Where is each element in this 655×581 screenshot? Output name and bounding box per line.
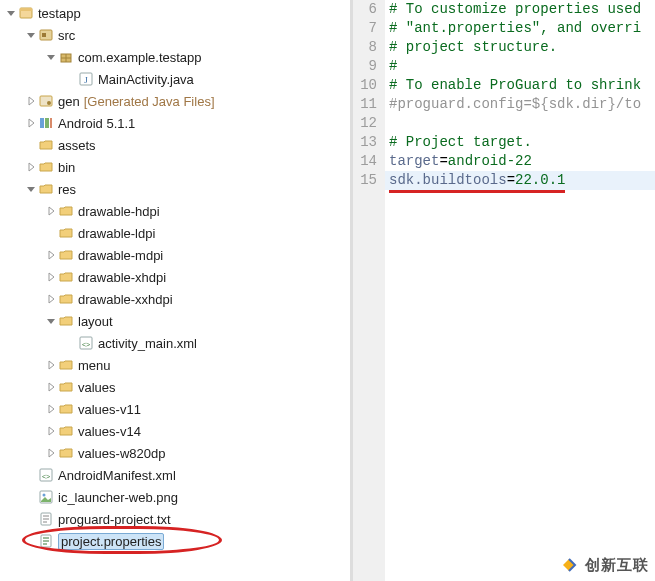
tree-item-drawable-hdpi[interactable]: drawable-hdpi xyxy=(0,200,350,222)
gutter-line: 14 xyxy=(353,152,377,171)
gutter-line: 13 xyxy=(353,133,377,152)
folder-icon xyxy=(58,203,74,219)
tree-item-values-v11[interactable]: values-v11 xyxy=(0,398,350,420)
chevron-right-icon[interactable] xyxy=(44,204,58,218)
xml-icon: <> xyxy=(78,335,94,351)
svg-point-10 xyxy=(47,101,51,105)
gutter-line: 15 xyxy=(353,171,377,190)
tree-item-label: testapp xyxy=(38,6,81,21)
code-editor[interactable]: 6789101112131415 # To customize properti… xyxy=(350,0,655,581)
tree-item-menu[interactable]: menu xyxy=(0,354,350,376)
chevron-right-icon[interactable] xyxy=(44,292,58,306)
code-line-13[interactable]: # Project target. xyxy=(385,133,655,152)
code-line-8[interactable]: # project structure. xyxy=(385,38,655,57)
prop-value: 22.0.1 xyxy=(515,172,565,188)
chevron-right-icon[interactable] xyxy=(44,248,58,262)
code-line-6[interactable]: # To customize properties used xyxy=(385,0,655,19)
tree-item-drawable-mdpi[interactable]: drawable-mdpi xyxy=(0,244,350,266)
tree-item-mainactivity-java[interactable]: JMainActivity.java xyxy=(0,68,350,90)
tree-item-bin[interactable]: bin xyxy=(0,156,350,178)
gutter-line: 9 xyxy=(353,57,377,76)
tree-item-label: gen xyxy=(58,94,80,109)
src-icon xyxy=(38,27,54,43)
chevron-down-icon[interactable] xyxy=(24,182,38,196)
project-tree[interactable]: testappsrccom.example.testappJMainActivi… xyxy=(0,0,350,581)
code-line-15[interactable]: sdk.buildtools=22.0.1 xyxy=(385,171,655,190)
tree-item-label: values-v11 xyxy=(78,402,141,417)
tree-item-res[interactable]: res xyxy=(0,178,350,200)
tree-item-label: res xyxy=(58,182,76,197)
chevron-right-icon[interactable] xyxy=(44,380,58,394)
folder-icon xyxy=(38,137,54,153)
tree-item-gen[interactable]: gen[Generated Java Files] xyxy=(0,90,350,112)
chevron-right-icon[interactable] xyxy=(24,116,38,130)
tree-item-project-properties[interactable]: project.properties xyxy=(0,530,350,552)
watermark-logo-icon xyxy=(559,555,579,575)
chevron-right-icon[interactable] xyxy=(44,358,58,372)
chevron-down-icon[interactable] xyxy=(44,50,58,64)
code-line-14[interactable]: target=android-22 xyxy=(385,152,655,171)
chevron-down-icon[interactable] xyxy=(24,28,38,42)
svg-rect-12 xyxy=(45,118,49,128)
chevron-right-icon[interactable] xyxy=(44,270,58,284)
code-text: # Project target. xyxy=(389,134,532,150)
gutter-line: 8 xyxy=(353,38,377,57)
tree-item-label: project.properties xyxy=(58,533,164,550)
code-line-11[interactable]: #proguard.config=${sdk.dir}/to xyxy=(385,95,655,114)
txt-icon xyxy=(38,511,54,527)
svg-text:<>: <> xyxy=(82,341,90,348)
folder-icon xyxy=(58,247,74,263)
code-text: # "ant.properties", and overri xyxy=(389,20,641,36)
chevron-right-icon[interactable] xyxy=(44,446,58,460)
lib-icon xyxy=(38,115,54,131)
svg-rect-13 xyxy=(50,118,52,128)
chevron-down-icon[interactable] xyxy=(44,314,58,328)
tree-item-src[interactable]: src xyxy=(0,24,350,46)
code-line-10[interactable]: # To enable ProGuard to shrink xyxy=(385,76,655,95)
tree-item-drawable-xhdpi[interactable]: drawable-xhdpi xyxy=(0,266,350,288)
tree-item-values-v14[interactable]: values-v14 xyxy=(0,420,350,442)
chevron-right-icon[interactable] xyxy=(44,424,58,438)
folder-icon xyxy=(38,181,54,197)
tree-item-label: proguard-project.txt xyxy=(58,512,171,527)
tree-item-label: src xyxy=(58,28,75,43)
tree-item-android-5-1-1[interactable]: Android 5.1.1 xyxy=(0,112,350,134)
tree-item-values-w820dp[interactable]: values-w820dp xyxy=(0,442,350,464)
tree-item-label: AndroidManifest.xml xyxy=(58,468,176,483)
folder-icon xyxy=(38,159,54,175)
png-icon xyxy=(38,489,54,505)
tree-item-layout[interactable]: layout xyxy=(0,310,350,332)
gutter-line: 6 xyxy=(353,0,377,19)
folder-icon xyxy=(58,445,74,461)
tree-item-label: activity_main.xml xyxy=(98,336,197,351)
tree-item-label: drawable-xxhdpi xyxy=(78,292,173,307)
tree-item-assets[interactable]: assets xyxy=(0,134,350,156)
chevron-right-icon[interactable] xyxy=(24,94,38,108)
code-line-7[interactable]: # "ant.properties", and overri xyxy=(385,19,655,38)
prop-key: sdk.buildtools xyxy=(389,172,507,188)
chevron-down-icon[interactable] xyxy=(4,6,18,20)
gutter-line: 7 xyxy=(353,19,377,38)
tree-item-label: drawable-ldpi xyxy=(78,226,155,241)
code-area[interactable]: # To customize properties used# "ant.pro… xyxy=(385,0,655,190)
xml-icon: <> xyxy=(38,467,54,483)
code-line-9[interactable]: # xyxy=(385,57,655,76)
tree-item-drawable-ldpi[interactable]: drawable-ldpi xyxy=(0,222,350,244)
tree-item-ic-launcher-web-png[interactable]: ic_launcher-web.png xyxy=(0,486,350,508)
tree-item-activity-main-xml[interactable]: <>activity_main.xml xyxy=(0,332,350,354)
folder-icon xyxy=(58,225,74,241)
chevron-right-icon[interactable] xyxy=(24,160,38,174)
chevron-right-icon[interactable] xyxy=(44,402,58,416)
tree-item-androidmanifest-xml[interactable]: <>AndroidManifest.xml xyxy=(0,464,350,486)
tree-item-proguard-project-txt[interactable]: proguard-project.txt xyxy=(0,508,350,530)
folder-icon xyxy=(58,401,74,417)
tree-item-label: ic_launcher-web.png xyxy=(58,490,178,505)
code-text: # To enable ProGuard to shrink xyxy=(389,77,641,93)
tree-item-com-example-testapp[interactable]: com.example.testapp xyxy=(0,46,350,68)
watermark-text: 创新互联 xyxy=(585,556,649,575)
tree-item-values[interactable]: values xyxy=(0,376,350,398)
tree-item-drawable-xxhdpi[interactable]: drawable-xxhdpi xyxy=(0,288,350,310)
tree-item-label: layout xyxy=(78,314,113,329)
tree-item-testapp[interactable]: testapp xyxy=(0,2,350,24)
code-line-12[interactable] xyxy=(385,114,655,133)
